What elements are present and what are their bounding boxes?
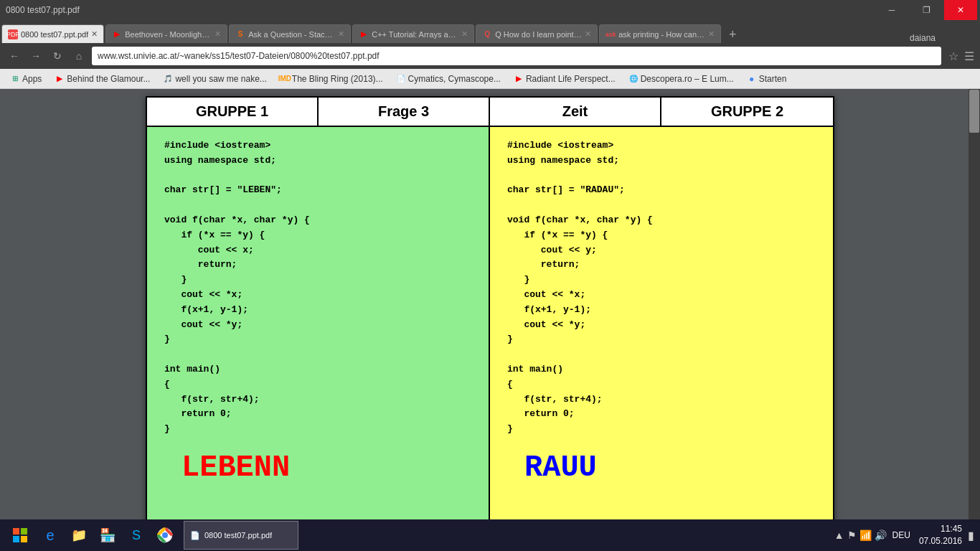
tab-stackoverflow[interactable]: S Ask a Question - Stack O... ✕ <box>229 24 351 43</box>
bookmark-cymatics-label: Cymatics, Cymascope... <box>408 74 501 84</box>
close-button[interactable]: ✕ <box>944 0 977 20</box>
naked-favicon-icon: 🎵 <box>163 74 173 84</box>
bookmark-apps[interactable]: ⊞ Apps <box>6 72 46 85</box>
title-bar: 0800 test07.ppt.pdf ─ ❐ ✕ <box>0 0 980 20</box>
clock-time: 11:45 <box>919 523 962 535</box>
menu-icon[interactable]: ☰ <box>964 50 974 63</box>
taskbar-app-favicon: 📄 <box>190 531 200 540</box>
bookmark-apps-label: Apps <box>22 74 42 84</box>
bookmarks-bar: ⊞ Apps ▶ Behind the Glamour... 🎵 well yo… <box>0 69 980 89</box>
glamour-favicon-icon: ▶ <box>55 74 65 84</box>
bookmark-naked[interactable]: 🎵 well you saw me nake... <box>159 72 270 85</box>
taskbar-icons: e 📁 🏪 S <box>37 522 178 548</box>
address-bar: ← → ↻ ⌂ www.wst.univie.ac.at/~wanek/ss15… <box>0 43 980 69</box>
tab-title-beethoven: Beethoven - Moonlight S... <box>125 30 212 39</box>
taskbar-right: ▲ ⚑ 📶 🔊 DEU 11:45 07.05.2016 ▮ <box>834 523 974 547</box>
bling-favicon-icon: IMD <box>280 74 290 84</box>
pdf-header: GRUPPE 1 Frage 3 Zeit GRUPPE 2 <box>146 96 834 126</box>
url-text: www.wst.univie.ac.at/~wanek/ss15/test07-… <box>98 51 380 61</box>
bookmark-glamour[interactable]: ▶ Behind the Glamour... <box>50 72 154 85</box>
tab-cpp[interactable]: ▶ C++ Tutorial: Arrays and... ✕ <box>352 24 474 43</box>
tab-close-quora[interactable]: ✕ <box>585 29 591 39</box>
show-desktop-button[interactable]: ▮ <box>968 529 974 542</box>
bookmark-cymatics[interactable]: 📄 Cymatics, Cymascope... <box>392 72 505 85</box>
bookmark-bling[interactable]: IMD The Bling Ring (2013)... <box>275 72 387 85</box>
system-tray: ▲ ⚑ 📶 🔊 <box>834 529 887 541</box>
network-tray-icon[interactable]: 📶 <box>859 529 872 541</box>
tab-close-ask[interactable]: ✕ <box>708 29 715 39</box>
tab-quora[interactable]: Q Q How do I learn pointers... ✕ <box>476 24 598 43</box>
svg-rect-3 <box>21 536 27 542</box>
minimize-button[interactable]: ─ <box>875 0 908 20</box>
bookmark-glamour-label: Behind the Glamour... <box>67 74 150 84</box>
bookmark-radiant-label: Radiant Life Perspect... <box>526 74 616 84</box>
bookmark-star-icon[interactable]: ☆ <box>948 50 958 63</box>
file-explorer-taskbar-icon[interactable]: 📁 <box>66 522 92 548</box>
bookmark-descopera-label: Descopera.ro – E Lum... <box>641 74 734 84</box>
volume-tray-icon[interactable]: 🔊 <box>875 529 887 541</box>
tab-favicon-yt2: ▶ <box>359 29 369 39</box>
svg-rect-0 <box>13 528 19 534</box>
taskbar-app-label: 0800 test07.ppt.pdf <box>204 531 272 540</box>
radiant-favicon-icon: ▶ <box>514 74 524 84</box>
tray-arrow-icon[interactable]: ▲ <box>834 529 844 541</box>
pdf-page: GRUPPE 1 Frage 3 Zeit GRUPPE 2 #include … <box>146 96 834 519</box>
zeit-header: Zeit <box>490 98 661 126</box>
group2-panel: #include <iostream> using namespace std;… <box>490 127 833 519</box>
bookmark-radiant[interactable]: ▶ Radiant Life Perspect... <box>509 72 620 85</box>
chrome-logo-icon <box>157 527 173 543</box>
user-name: daiana <box>910 33 936 43</box>
store-taskbar-icon[interactable]: 🏪 <box>95 522 121 548</box>
gruppe2-header: GRUPPE 2 <box>661 98 833 126</box>
frage-header: Frage 3 <box>319 98 490 126</box>
tab-favicon-so: S <box>235 29 245 39</box>
start-button[interactable] <box>6 521 34 550</box>
taskbar: e 📁 🏪 S 📄 0800 test07.ppt.pdf ▲ ⚑ 📶 🔊 DE… <box>0 519 980 551</box>
svg-point-5 <box>162 532 168 538</box>
cymatics-favicon-icon: 📄 <box>396 74 406 84</box>
language-badge: DEU <box>892 530 910 540</box>
reload-button[interactable]: ↻ <box>49 47 66 65</box>
bookmark-starten[interactable]: ● Starten <box>743 72 791 85</box>
group1-code: #include <iostream> using namespace std;… <box>164 138 471 437</box>
home-button[interactable]: ⌂ <box>70 47 88 65</box>
tab-title-ask: ask printing - How can I pri... <box>618 30 705 39</box>
new-tab-button[interactable]: + <box>724 26 741 43</box>
svg-rect-2 <box>13 536 19 542</box>
tab-close-pdf[interactable]: ✕ <box>91 29 98 39</box>
tabs-bar: PDF 0800 test07.ppt.pdf ✕ ▶ Beethoven - … <box>0 20 980 43</box>
title-text: 0800 test07.ppt.pdf <box>6 5 80 15</box>
svg-rect-1 <box>21 528 27 534</box>
ie-taskbar-icon[interactable]: e <box>37 522 63 548</box>
apps-favicon-icon: ⊞ <box>10 74 20 84</box>
flag-tray-icon[interactable]: ⚑ <box>847 529 857 541</box>
group1-panel: #include <iostream> using namespace std;… <box>147 127 490 519</box>
scrollbar-thumb[interactable] <box>969 90 979 133</box>
back-button[interactable]: ← <box>6 47 23 65</box>
chrome-taskbar-icon[interactable] <box>152 522 178 548</box>
bookmark-descopera[interactable]: 🌐 Descopera.ro – E Lum... <box>624 72 738 85</box>
browser-content: GRUPPE 1 Frage 3 Zeit GRUPPE 2 #include … <box>0 89 980 519</box>
tab-title-quora: Q How do I learn pointers... <box>495 30 582 39</box>
descopera-favicon-icon: 🌐 <box>628 74 639 84</box>
restore-button[interactable]: ❐ <box>910 0 943 20</box>
bookmark-starten-label: Starten <box>759 74 787 84</box>
gruppe1-header: GRUPPE 1 <box>147 98 319 126</box>
starten-favicon-icon: ● <box>747 74 757 84</box>
url-field[interactable]: www.wst.univie.ac.at/~wanek/ss15/test07-… <box>92 47 941 65</box>
bookmark-naked-label: well you saw me nake... <box>175 74 266 84</box>
tab-ask[interactable]: ask ask printing - How can I pri... ✕ <box>599 24 721 43</box>
scrollbar[interactable] <box>969 89 980 519</box>
taskbar-active-app[interactable]: 📄 0800 test07.ppt.pdf <box>184 521 298 550</box>
tab-title-cpp: C++ Tutorial: Arrays and... <box>372 30 458 39</box>
tab-beethoven[interactable]: ▶ Beethoven - Moonlight S... ✕ <box>105 24 227 43</box>
group2-answer: RAUU <box>507 440 816 496</box>
tab-close-beethoven[interactable]: ✕ <box>215 29 221 39</box>
tab-title-so: Ask a Question - Stack O... <box>248 30 335 39</box>
windows-logo-icon <box>12 527 28 543</box>
tab-close-cpp[interactable]: ✕ <box>461 29 468 39</box>
forward-button[interactable]: → <box>27 47 44 65</box>
tab-pdf[interactable]: PDF 0800 test07.ppt.pdf ✕ <box>1 24 104 43</box>
skype-taskbar-icon[interactable]: S <box>123 522 149 548</box>
tab-close-so[interactable]: ✕ <box>338 29 344 39</box>
